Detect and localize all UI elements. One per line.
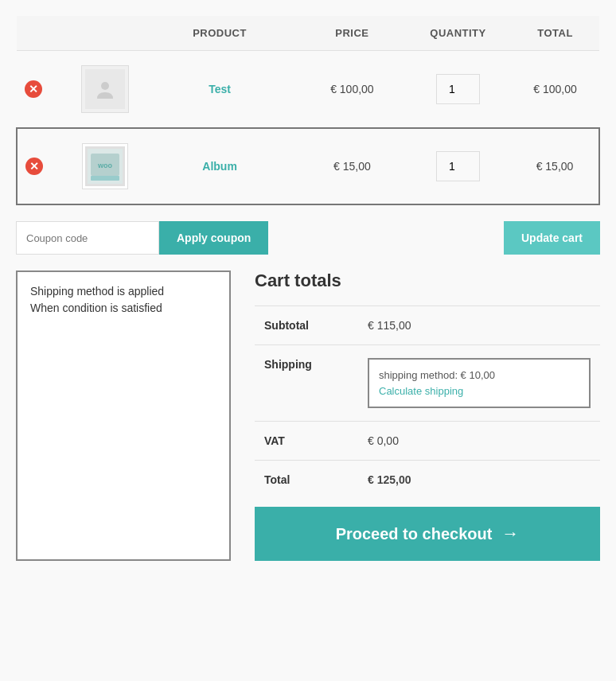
annotation-line2: When condition is satisfied [30, 302, 162, 314]
product-image-album: woo [82, 143, 128, 189]
totals-table: Subtotal € 115,00 Shipping shipping meth… [255, 305, 600, 499]
apply-coupon-button[interactable]: Apply coupon [159, 221, 268, 255]
annotation-box: Shipping method is applied When conditio… [16, 270, 231, 561]
coupon-row: Apply coupon Update cart [16, 221, 600, 255]
coupon-left: Apply coupon [16, 221, 268, 255]
product-price-test: € 100,00 [299, 51, 405, 129]
album-thumb-art: woo [85, 146, 125, 186]
total-row: Total € 125,00 [255, 461, 600, 500]
vat-label: VAT [255, 422, 358, 461]
quantity-input-test[interactable] [436, 74, 480, 104]
subtotal-row: Subtotal € 115,00 [255, 306, 600, 345]
remove-icon: ✕ [25, 158, 43, 175]
product-total-album: € 15,00 [511, 128, 599, 204]
cart-totals: Cart totals Subtotal € 115,00 Shipping s… [255, 270, 600, 561]
svg-rect-4 [91, 176, 119, 181]
col-product: PRODUCT [140, 16, 299, 51]
product-thumb-placeholder [85, 69, 125, 109]
col-price: PRICE [299, 16, 405, 51]
svg-point-0 [101, 82, 109, 90]
product-name-album: Album [202, 160, 237, 173]
annotation-area: Shipping method is applied When conditio… [16, 270, 600, 561]
shipping-box: shipping method: € 10,00 Calculate shipp… [368, 358, 591, 408]
vat-value: € 0,00 [358, 422, 600, 461]
table-row: ✕ Test € 100,00 € [17, 51, 599, 129]
checkout-button[interactable]: Proceed to checkout → [255, 507, 600, 561]
table-row-album: ✕ woo Album € 15, [17, 128, 599, 204]
quantity-input-album[interactable] [436, 151, 480, 181]
update-cart-button[interactable]: Update cart [504, 221, 600, 255]
checkout-label: Proceed to checkout [336, 525, 493, 543]
cart-table: PRODUCT PRICE QUANTITY TOTAL ✕ [16, 16, 600, 205]
subtotal-value: € 115,00 [358, 306, 600, 345]
product-name-test: Test [209, 83, 231, 95]
product-total-test: € 100,00 [511, 51, 599, 129]
checkout-arrow-icon: → [501, 523, 519, 544]
total-label: Total [255, 461, 358, 500]
calculate-shipping-link[interactable]: Calculate shipping [379, 385, 463, 397]
svg-text:woo: woo [97, 161, 112, 169]
annotation-line1: Shipping method is applied [30, 285, 164, 298]
vat-row: VAT € 0,00 [255, 422, 600, 461]
shipping-label: Shipping [255, 345, 358, 422]
col-total: TOTAL [511, 16, 599, 51]
product-price-album: € 15,00 [299, 128, 405, 204]
remove-album-button[interactable]: ✕ [25, 158, 43, 175]
col-image [70, 16, 141, 51]
remove-test-button[interactable]: ✕ [25, 80, 42, 98]
col-remove [17, 16, 70, 51]
shipping-value: shipping method: € 10,00 Calculate shipp… [358, 345, 600, 422]
shipping-method-text: shipping method: € 10,00 [379, 369, 579, 381]
product-image-test [81, 65, 129, 113]
cart-totals-title: Cart totals [255, 270, 600, 291]
shipping-row: Shipping shipping method: € 10,00 Calcul… [255, 345, 600, 422]
coupon-input[interactable] [16, 221, 159, 255]
remove-icon: ✕ [25, 80, 42, 98]
subtotal-label: Subtotal [255, 306, 358, 345]
total-value: € 125,00 [358, 461, 600, 500]
col-quantity: QUANTITY [405, 16, 511, 51]
